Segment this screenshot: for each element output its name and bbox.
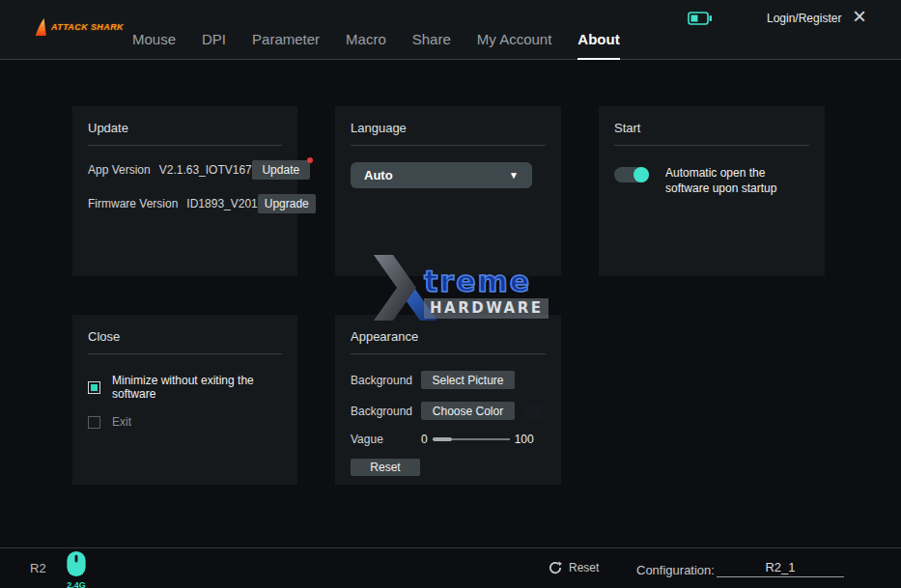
tab-share[interactable]: Share: [412, 31, 451, 60]
autostart-label: Automatic open the software upon startup: [665, 165, 809, 196]
slider-knob[interactable]: [433, 437, 452, 441]
configuration-label: Configuration:: [636, 563, 715, 577]
toggle-knob: [634, 167, 649, 182]
appearance-reset-button[interactable]: Reset: [351, 459, 420, 476]
main-nav: Mouse DPI Parameter Macro Share My Accou…: [132, 0, 620, 60]
app-version-label: App Version: [88, 163, 151, 177]
shark-fin-icon: [33, 16, 48, 38]
app-version-value: V2.1.63_IOTV167: [159, 163, 252, 177]
start-panel: Start Automatic open the software upon s…: [599, 106, 825, 276]
tab-dpi[interactable]: DPI: [202, 31, 226, 60]
exit-checkbox[interactable]: [88, 416, 100, 429]
background-color-label: Background: [351, 405, 421, 418]
app-version-row: App Version V2.1.63_IOTV167 Update: [88, 160, 282, 180]
appearance-panel-title: Appearance: [351, 315, 546, 344]
checkbox-fill: [91, 384, 98, 391]
tab-parameter[interactable]: Parameter: [252, 31, 320, 60]
background-color-row: Background Choose Color: [351, 402, 546, 420]
vague-slider[interactable]: [433, 435, 510, 443]
firmware-version-value: ID1893_V201: [186, 197, 257, 210]
divider: [351, 145, 546, 146]
connection-mode-label: 2.4G: [62, 581, 91, 588]
refresh-icon: [549, 561, 562, 574]
configuration-name-field[interactable]: R2_1: [717, 560, 844, 577]
topbar: ATTACK SHARK Mouse DPI Parameter Macro S…: [0, 0, 901, 60]
exit-option-label: Exit: [112, 415, 131, 429]
autostart-row: Automatic open the software upon startup: [614, 165, 809, 196]
tab-mouse[interactable]: Mouse: [132, 31, 176, 60]
close-panel: Close Minimize without exiting the softw…: [72, 315, 297, 485]
minimize-option-row[interactable]: Minimize without exiting the software: [88, 374, 282, 401]
upgrade-button-label: Upgrade: [265, 197, 309, 210]
update-notification-dot: [307, 157, 313, 163]
minimize-option-label: Minimize without exiting the software: [112, 374, 282, 401]
firmware-version-label: Firmware Version: [88, 197, 178, 210]
divider: [351, 353, 546, 354]
appearance-panel: Appearance Background Select Picture Bac…: [335, 315, 561, 485]
update-button[interactable]: Update: [252, 160, 310, 180]
color-swatch: [526, 404, 542, 419]
start-panel-title: Start: [614, 106, 809, 135]
footer-bar: R2 2.4G Reset Configuration: R2_1: [0, 547, 901, 588]
divider: [88, 353, 282, 354]
close-panel-title: Close: [88, 315, 282, 344]
language-panel: Language Auto ▼: [335, 106, 561, 276]
login-register-link[interactable]: Login/Register: [767, 12, 841, 25]
battery-icon: [688, 12, 713, 29]
close-window-icon[interactable]: ×: [853, 3, 866, 30]
update-button-label: Update: [262, 163, 299, 177]
update-panel-title: Update: [88, 106, 282, 135]
vague-row: Vague 0 100: [351, 433, 546, 446]
update-panel: Update App Version V2.1.63_IOTV167 Updat…: [72, 106, 297, 276]
app-window: ATTACK SHARK Mouse DPI Parameter Macro S…: [0, 0, 901, 588]
autostart-toggle[interactable]: [614, 167, 649, 182]
exit-option-row[interactable]: Exit: [88, 415, 282, 429]
language-dropdown[interactable]: Auto ▼: [351, 162, 532, 188]
divider: [614, 145, 809, 146]
brand-logo-text: ATTACK SHARK: [51, 22, 124, 32]
tab-about[interactable]: About: [577, 31, 619, 60]
choose-color-button[interactable]: Choose Color: [421, 402, 515, 420]
vague-max-value: 100: [515, 433, 534, 446]
device-profile-name: R2: [30, 561, 46, 575]
background-picture-label: Background: [351, 374, 421, 387]
footer-reset-button[interactable]: Reset: [549, 561, 599, 574]
vague-min-value: 0: [421, 433, 428, 446]
background-picture-row: Background Select Picture: [351, 371, 546, 389]
vague-label: Vague: [351, 433, 421, 446]
minimize-checkbox[interactable]: [88, 381, 100, 394]
chevron-down-icon: ▼: [509, 170, 519, 181]
footer-reset-label: Reset: [569, 561, 599, 574]
configuration-group: Configuration: R2_1: [636, 560, 844, 577]
connection-status: 2.4G: [62, 551, 91, 588]
tab-my-account[interactable]: My Account: [477, 31, 552, 60]
firmware-version-row: Firmware Version ID1893_V201 Upgrade: [88, 194, 282, 213]
tab-macro[interactable]: Macro: [346, 31, 386, 60]
brand-logo: ATTACK SHARK: [33, 16, 124, 38]
upgrade-button[interactable]: Upgrade: [258, 194, 316, 213]
language-selected-value: Auto: [364, 168, 393, 182]
select-picture-button[interactable]: Select Picture: [421, 371, 515, 389]
language-panel-title: Language: [351, 106, 546, 135]
vague-slider-group: 0 100: [421, 433, 534, 446]
divider: [88, 145, 282, 146]
mouse-icon: [67, 551, 86, 576]
